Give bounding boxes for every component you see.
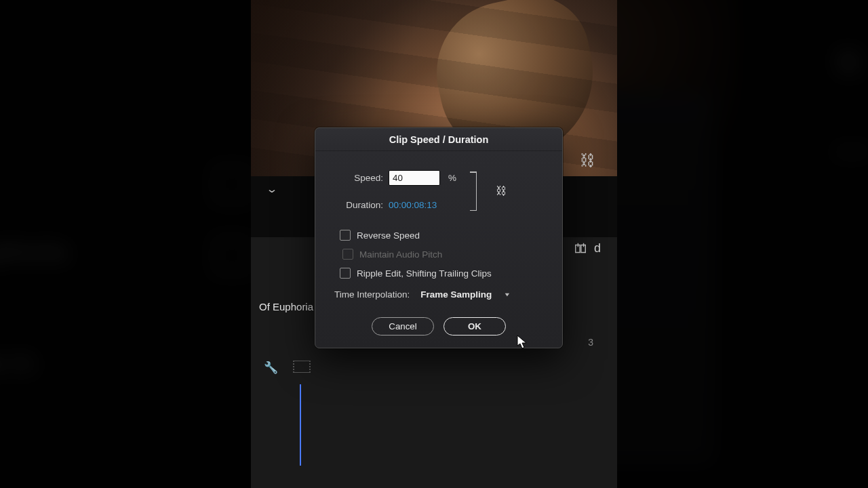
checkbox-group: Reverse Speed Maintain Audio Pitch Rippl… bbox=[334, 230, 543, 279]
ripple-edit-checkbox[interactable]: Ripple Edit, Shifting Trailing Clips bbox=[340, 268, 543, 279]
duration-value[interactable]: 00:00:08:13 bbox=[389, 200, 437, 210]
link-bracket bbox=[466, 169, 486, 214]
clip-name-fragment: Of Euphoria bbox=[259, 301, 313, 312]
speed-row: Speed: % bbox=[334, 170, 456, 185]
link-icon[interactable]: ⛓ bbox=[580, 152, 595, 169]
filmstrip-icon[interactable] bbox=[293, 361, 311, 373]
speed-duration-block: Speed: % Duration: 00:00:08:13 ⛓ bbox=[334, 169, 543, 214]
reverse-speed-checkbox[interactable]: Reverse Speed bbox=[340, 230, 543, 241]
label-fragment: d bbox=[594, 241, 601, 256]
time-interpolation-dropdown[interactable]: Frame Sampling ▾ bbox=[420, 289, 509, 300]
checkbox-box-icon bbox=[340, 268, 351, 279]
wrench-icon[interactable]: 🔧 bbox=[264, 361, 278, 375]
cancel-button[interactable]: Cancel bbox=[372, 317, 434, 336]
timecode-fragment: 3 bbox=[588, 337, 593, 348]
speed-label: Speed: bbox=[334, 173, 383, 183]
playhead-indicator[interactable] bbox=[300, 384, 301, 466]
maintain-audio-pitch-checkbox: Maintain Audio Pitch bbox=[342, 249, 543, 260]
duration-row: Duration: 00:00:08:13 bbox=[334, 197, 456, 212]
left-pillar-shade bbox=[0, 0, 251, 488]
clip-speed-duration-dialog: Clip Speed / Duration Speed: % Duration:… bbox=[315, 127, 563, 348]
checkbox-label: Ripple Edit, Shifting Trailing Clips bbox=[357, 268, 492, 279]
time-interpolation-row: Time Interpolation: Frame Sampling ▾ bbox=[334, 289, 543, 300]
right-pillar-shade bbox=[617, 0, 868, 488]
dialog-title: Clip Speed / Duration bbox=[315, 128, 562, 151]
percent-label: % bbox=[448, 173, 456, 183]
duration-label: Duration: bbox=[334, 200, 383, 210]
speed-input[interactable] bbox=[389, 170, 440, 186]
link-icon[interactable]: ⛓ bbox=[496, 185, 507, 197]
insert-overwrite-icons[interactable]: d bbox=[574, 241, 601, 256]
dialog-button-row: Cancel OK bbox=[315, 309, 562, 348]
chevron-down-icon[interactable]: ⌄ bbox=[266, 183, 278, 195]
checkbox-label: Maintain Audio Pitch bbox=[359, 249, 442, 260]
checkbox-label: Reverse Speed bbox=[357, 230, 420, 241]
ok-button[interactable]: OK bbox=[443, 317, 506, 336]
time-interpolation-value: Frame Sampling bbox=[420, 289, 492, 300]
dialog-body: Speed: % Duration: 00:00:08:13 ⛓ Reverse… bbox=[315, 151, 562, 309]
time-interpolation-label: Time Interpolation: bbox=[334, 289, 410, 300]
chevron-down-icon: ▾ bbox=[505, 291, 509, 298]
checkbox-box-icon bbox=[340, 230, 351, 241]
checkbox-box-icon bbox=[342, 249, 353, 260]
